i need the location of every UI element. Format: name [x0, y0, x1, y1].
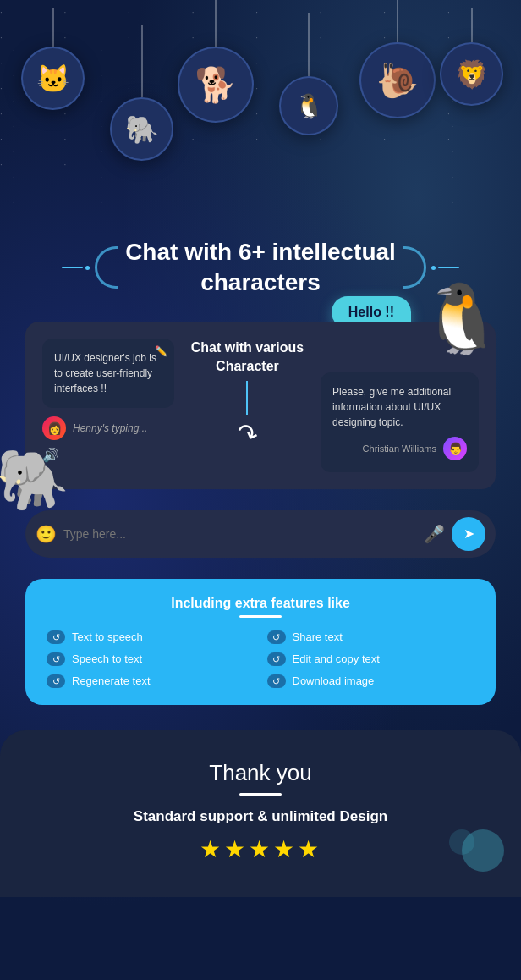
hanging-characters-section: 🐱 🐘 🐕 🐧 🐌 🦁	[0, 0, 521, 220]
feature-label-6: Download image	[293, 674, 375, 687]
penguin-icon: 🐧	[420, 281, 504, 356]
chat-label-text: Chat with various Character	[191, 339, 304, 377]
mic-button[interactable]: 🎤	[424, 524, 445, 544]
feature-label-5: Regenerate text	[72, 674, 151, 687]
edit-icon: ✏️	[155, 345, 167, 357]
elephant-icon: 🐘	[0, 447, 69, 513]
emoji-button[interactable]: 🙂	[36, 524, 57, 544]
lion-icon: 🦁	[455, 58, 489, 91]
thankyou-title: Thank you	[25, 760, 496, 786]
send-icon: ➤	[463, 526, 474, 542]
hanging-lion: 🦁	[440, 8, 503, 106]
typing-avatar: 👩	[42, 416, 66, 440]
dog-bubble: 🐕	[178, 47, 254, 123]
feature-download-image: Download image	[267, 674, 475, 688]
lion-bubble: 🦁	[440, 42, 503, 106]
message-left-text: UI/UX designer's job is to create user-f…	[54, 350, 162, 396]
thankyou-stars: ★★★★★	[25, 835, 496, 863]
christian-avatar-icon: 👨	[448, 442, 463, 455]
henny-avatar-icon: 👩	[47, 421, 62, 435]
feature-edit-copy: Edit and copy text	[267, 652, 475, 666]
chat-left-column: ✏️ UI/UX designer's job is to create use…	[42, 339, 174, 463]
snail-icon: 🐌	[376, 61, 419, 101]
feature-share-text: Share text	[267, 630, 475, 644]
dog-string	[215, 0, 217, 47]
feature-label-2: Share text	[293, 630, 343, 643]
features-grid: Text to speech Share text Speech to text…	[47, 630, 474, 688]
hanging-penguin-top: 🐧	[279, 13, 338, 135]
feature-arrow-icon-1	[47, 630, 65, 644]
feature-label-3: Speech to text	[72, 652, 142, 665]
features-underline	[239, 615, 282, 618]
penguin-top-icon: 🐧	[294, 92, 324, 120]
feature-regenerate: Regenerate text	[47, 674, 255, 688]
feature-arrow-icon-5	[47, 674, 65, 688]
feature-arrow-icon-4	[267, 652, 286, 666]
chat-label: Chat with various Character	[191, 339, 304, 415]
hanging-elephant-top: 🐘	[110, 25, 173, 161]
cat-icon: 🐱	[36, 63, 70, 95]
cat-string	[52, 8, 54, 47]
penguin-character: 🐧	[420, 279, 504, 359]
message-author: Christian Williams 👨	[332, 437, 467, 460]
cat-bubble: 🐱	[21, 47, 85, 110]
feature-arrow-icon-2	[267, 630, 286, 644]
feature-label-4: Edit and copy text	[293, 652, 380, 665]
elephant-string	[141, 25, 143, 97]
typing-label: Henny's typing...	[73, 422, 147, 434]
feature-text-to-speech: Text to speech	[47, 630, 255, 644]
lion-string	[471, 8, 473, 42]
hanging-dog: 🐕	[178, 0, 254, 123]
chat-divider: Chat with various Character ↷	[187, 339, 308, 449]
typing-row: 👩 Henny's typing...	[42, 416, 174, 440]
chat-card-wrapper: Hello !! 🐧 ✏️ UI/UX designer's job is to…	[25, 322, 496, 489]
penguin-bubble: 🐧	[279, 76, 338, 135]
thankyou-section: Thank you Standard support & unlimited D…	[0, 730, 521, 897]
thankyou-subtitle: Standard support & unlimited Design	[25, 808, 496, 825]
features-box: Including extra features like Text to sp…	[25, 579, 496, 705]
author-name: Christian Williams	[363, 443, 436, 454]
feature-arrow-icon-3	[47, 652, 65, 666]
chat-input-row[interactable]: 🙂 🎤 ➤	[25, 510, 496, 558]
send-button[interactable]: ➤	[452, 517, 485, 551]
penguin-string	[308, 13, 310, 76]
elephant-bubble: 🐘	[110, 97, 173, 161]
message-bubble-left: ✏️ UI/UX designer's job is to create use…	[42, 339, 174, 408]
feature-arrow-icon-6	[267, 674, 286, 688]
features-title: Including extra features like	[47, 596, 474, 611]
message-right-text: Please, give me additional information a…	[332, 384, 467, 430]
thankyou-underline	[239, 793, 282, 796]
mic-icon: 🎤	[424, 525, 445, 543]
emoji-icon: 🙂	[36, 525, 57, 543]
elephant-top-icon: 🐘	[125, 113, 159, 146]
corner-bubble-small	[449, 829, 474, 855]
chat-input[interactable]	[63, 527, 417, 541]
author-avatar: 👨	[443, 437, 467, 460]
snail-string	[397, 0, 398, 42]
feature-speech-to-text: Speech to text	[47, 652, 255, 666]
feature-label-1: Text to speech	[72, 630, 143, 643]
snail-bubble: 🐌	[359, 42, 436, 118]
hanging-snail: 🐌	[359, 0, 436, 118]
curved-arrow-icon: ↷	[233, 416, 262, 450]
dog-icon: 🐕	[195, 65, 237, 105]
heading-title: Chat with 6+ intellectual characters	[125, 237, 396, 299]
message-bubble-right: Please, give me additional information a…	[321, 372, 479, 472]
elephant-character: 🐘	[0, 445, 69, 515]
hanging-cat: 🐱	[21, 8, 85, 110]
